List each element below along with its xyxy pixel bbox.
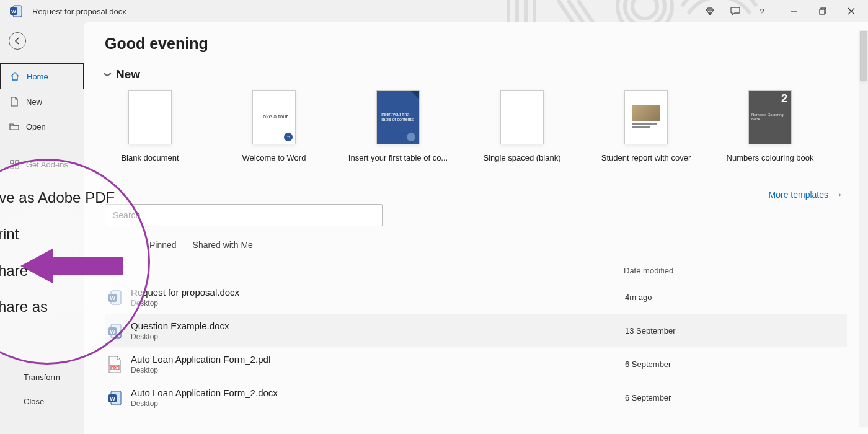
template-label: Insert your first table of co...: [348, 153, 448, 162]
search-placeholder: Search: [113, 210, 140, 220]
open-folder-icon: [9, 121, 20, 132]
nav-home[interactable]: Home: [0, 63, 84, 89]
doc-date: 4m ago: [625, 293, 846, 302]
arrow-circle-icon: →: [284, 133, 293, 141]
template-single-spaced[interactable]: Single spaced (blank): [500, 90, 544, 162]
doc-row[interactable]: W Question Example.docxDesktop13 Septemb…: [105, 314, 847, 347]
pdf-file-icon: PDF: [106, 355, 123, 374]
nav-open[interactable]: Open: [0, 114, 84, 139]
template-student-report[interactable]: Student report with cover: [624, 90, 668, 162]
sidebar: Home New Open: [0, 22, 84, 434]
tab-shared-with-me[interactable]: Shared with Me: [193, 236, 253, 254]
doc-info: Auto Loan Application Form_2.pdfDesktop: [131, 354, 625, 374]
template-label: Welcome to Word: [242, 153, 306, 162]
nav-new-label: New: [26, 97, 42, 107]
svg-text:PDF: PDF: [111, 366, 118, 370]
nav-open-label: Open: [26, 122, 46, 131]
svg-rect-8: [820, 9, 825, 14]
shell: Home New Open: [0, 22, 868, 434]
template-thumb: Insert your first Table of contents: [376, 90, 420, 144]
doc-row[interactable]: W Auto Loan Application Form_2.docxDeskt…: [105, 381, 847, 414]
svg-rect-11: [11, 161, 14, 164]
doc-row[interactable]: W Request for proposal.docxDesktop4m ago: [105, 280, 847, 314]
arrow-right-icon: →: [833, 189, 843, 200]
chat-icon[interactable]: [730, 6, 742, 17]
greeting: Good evening: [105, 35, 847, 53]
disc-icon: [407, 133, 415, 141]
fold-corner-icon: [410, 91, 419, 99]
more-templates-link[interactable]: More templates →: [769, 189, 843, 200]
doc-location: Desktop: [131, 299, 625, 308]
template-blank-document[interactable]: Blank document: [128, 90, 172, 162]
word-file-icon: W: [106, 321, 123, 341]
doc-list: W Request for proposal.docxDesktop4m ago…: [105, 280, 847, 414]
tab-pinned[interactable]: Pinned: [149, 236, 177, 254]
help-icon[interactable]: ?: [756, 6, 768, 17]
word-file-icon: W: [106, 388, 123, 408]
nav-transform[interactable]: Transform: [0, 365, 84, 389]
new-doc-icon: [9, 96, 20, 107]
template-label: Single spaced (blank): [483, 153, 560, 162]
template-label: Student report with cover: [601, 153, 691, 162]
big-number-icon: 2: [781, 93, 787, 105]
back-button[interactable]: [9, 32, 26, 50]
svg-rect-14: [16, 166, 19, 169]
section-new-title: New: [116, 68, 140, 81]
doc-name: Request for proposal.docx: [131, 287, 625, 298]
doc-info: Request for proposal.docxDesktop: [131, 287, 625, 308]
close-button[interactable]: [846, 6, 857, 17]
word-app-icon: W: [9, 4, 24, 19]
template-thumb: [500, 90, 544, 144]
vertical-scrollbar[interactable]: [859, 30, 868, 427]
doc-title: Request for proposal.docx: [32, 7, 126, 16]
tour-text: Take a tour →: [260, 114, 288, 120]
template-thumb: Take a tour →: [252, 90, 296, 144]
doc-name: Auto Loan Application Form_2.docx: [131, 388, 625, 398]
template-numbers-colouring[interactable]: Numbers Colouring Book 2 Numbers colouri…: [748, 90, 792, 162]
svg-text:W: W: [11, 9, 16, 14]
search-input[interactable]: Search: [105, 204, 383, 226]
svg-point-5: [632, 0, 657, 19]
nav-home-label: Home: [27, 72, 48, 81]
svg-text:W: W: [110, 329, 115, 335]
template-thumb: [624, 90, 668, 144]
doc-location: Desktop: [131, 399, 625, 408]
template-thumb: Numbers Colouring Book 2: [748, 90, 792, 144]
doc-date: 6 September: [625, 360, 846, 369]
templates-row: Blank document Take a tour → Welcome to …: [128, 90, 847, 162]
nav-close[interactable]: Close: [0, 389, 84, 414]
word-file-icon: W: [106, 288, 123, 308]
template-label: Blank document: [121, 153, 179, 162]
nav-new[interactable]: New: [0, 89, 84, 114]
minimize-button[interactable]: [789, 6, 800, 17]
template-thumb: [128, 90, 172, 144]
doc-location: Desktop: [131, 366, 625, 374]
doc-info: Question Example.docxDesktop: [131, 321, 625, 341]
doc-name: Auto Loan Application Form_2.pdf: [131, 354, 625, 365]
nav-addins-label: Get Add-ins: [26, 160, 68, 169]
report-image-icon: [632, 105, 660, 121]
chevron-down-icon: ❯: [104, 71, 112, 78]
svg-text:W: W: [110, 295, 115, 301]
svg-text:W: W: [110, 396, 115, 402]
doc-date: 13 September: [625, 326, 846, 335]
doc-row[interactable]: PDF Auto Loan Application Form_2.pdfDesk…: [105, 347, 847, 381]
scrollbar-thumb[interactable]: [860, 31, 867, 81]
doc-info: Auto Loan Application Form_2.docxDesktop: [131, 388, 625, 408]
nav-get-addins[interactable]: Get Add-ins: [0, 152, 84, 177]
section-new-header[interactable]: ❯ New: [105, 68, 847, 81]
template-welcome-to-word[interactable]: Take a tour → Welcome to Word: [252, 90, 296, 162]
recent-tabs: Pinned Shared with Me: [105, 236, 847, 254]
main-panel: Good evening ❯ New Blank document Take a…: [84, 22, 868, 434]
svg-rect-13: [11, 166, 14, 169]
doc-name: Question Example.docx: [131, 321, 625, 331]
more-templates-label: More templates: [769, 190, 828, 200]
maximize-button[interactable]: [817, 6, 828, 17]
sidebar-separator: [9, 144, 75, 144]
doc-list-header: Date modified: [105, 266, 847, 275]
template-label: Numbers colouring book: [727, 153, 814, 162]
template-toc[interactable]: Insert your first Table of contents Inse…: [376, 90, 420, 162]
premium-icon[interactable]: [704, 6, 715, 17]
doc-date: 6 September: [625, 393, 846, 402]
titlebar-right-group: ?: [704, 0, 868, 22]
